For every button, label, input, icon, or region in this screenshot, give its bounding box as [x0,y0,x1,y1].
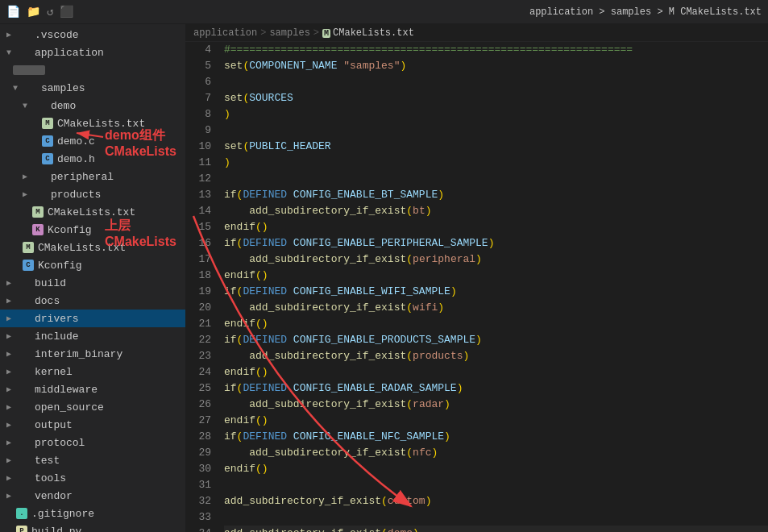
code-line-4: #=======================================… [224,42,768,58]
folder-chevron-tools: ▶ [6,473,16,483]
badge-c-demo-h: C [42,153,53,164]
sidebar-item-cmakelists-samples[interactable]: MCMakeLists.txt [0,203,185,221]
line-num-12: 12 [185,171,211,187]
badge-m-cmakelists-demo: M [42,118,53,129]
sidebar-label-protocol: protocol [35,437,85,449]
sidebar-item-peripheral[interactable]: ▶peripheral [0,168,185,185]
badge-m-cmakelists-samples: M [32,206,44,218]
line-num-25: 25 [185,380,211,397]
sidebar-item-middleware[interactable]: ▶middleware [0,380,185,398]
folder-chevron-drivers: ▶ [6,314,16,323]
line-num-16: 16 [185,235,211,251]
sidebar-label-build-py: build.py [31,526,81,533]
collapse-icon[interactable]: ⬛ [60,5,73,19]
sidebar-label-demo: demo [51,100,76,112]
sidebar-label-demo-h: demo.h [57,153,95,165]
sidebar-item-docs[interactable]: ▶docs [0,292,185,310]
sidebar-item-open_source[interactable]: ▶open_source [0,398,185,416]
sidebar-item-tools[interactable]: ▶tools [0,469,185,487]
breadcrumb-app[interactable]: application [193,27,257,39]
sidebar-label-drivers: drivers [35,313,79,325]
breadcrumb-top: application > samples > M CMakeLists.txt [529,6,762,18]
sidebar-item-demo-h[interactable]: Cdemo.h [0,150,185,168]
sidebar-item-app-sub[interactable] [0,61,185,79]
sidebar-label-cmakelists-demo: CMakeLists.txt [57,118,145,130]
folder-chevron-samples: ▼ [13,84,23,93]
code-line-13: if(DEFINED CONFIG_ENABLE_BT_SAMPLE) [224,187,768,203]
new-file-icon[interactable]: 📄 [6,5,20,19]
code-line-18: endif() [224,268,768,284]
line-num-31: 31 [185,477,211,493]
line-numbers: 4567891011121314151617181920212223242526… [185,42,218,532]
line-num-13: 13 [185,187,211,203]
sidebar-item-build-py[interactable]: Pbuild.py [0,522,185,532]
refresh-icon[interactable]: ↺ [47,5,53,19]
folder-chevron-include: ▶ [6,331,16,341]
line-num-21: 21 [185,316,211,332]
code-line-19: if(DEFINED CONFIG_ENABLE_WIFI_SAMPLE) [224,284,768,300]
sidebar-item-kernel[interactable]: ▶kernel [0,363,185,380]
sidebar-item-demo-c[interactable]: Cdemo.c [0,132,185,150]
code-line-33 [224,509,768,526]
sidebar-label-vscode: .vscode [35,29,79,41]
top-bar: 📄 📁 ↺ ⬛ application > samples > M CMakeL… [0,0,768,24]
line-num-28: 28 [185,429,211,445]
sidebar-item-application[interactable]: ▼application [0,44,185,61]
sidebar-item-drivers[interactable]: ▶drivers [0,310,185,327]
sidebar-item-output[interactable]: ▶output [0,416,185,434]
folder-chevron-test: ▶ [6,455,16,465]
new-folder-icon[interactable]: 📁 [27,5,40,19]
code-line-7: set(SOURCES [224,90,768,106]
sidebar-item-kconfig-samples[interactable]: KKconfig [0,221,185,239]
sidebar-item-protocol[interactable]: ▶protocol [0,434,185,451]
code-line-16: if(DEFINED CONFIG_ENABLE_PERIPHERAL_SAMP… [224,235,768,251]
main-layout: ▶.vscode▼application▼samples▼demoMCMakeL… [0,24,768,532]
editor-content[interactable]: 4567891011121314151617181920212223242526… [185,42,768,532]
sidebar-label-products: products [51,189,101,201]
folder-chevron-vscode: ▶ [6,30,16,39]
folder-chevron-vendor: ▶ [6,491,16,501]
line-num-24: 24 [185,364,211,380]
folder-chevron-interim_binary: ▶ [6,349,16,359]
sidebar-item-products[interactable]: ▶products [0,185,185,203]
line-num-23: 23 [185,348,211,364]
sidebar-item-include[interactable]: ▶include [0,327,185,345]
badge-c-demo-c: C [42,135,53,147]
sidebar-item-samples[interactable]: ▼samples [0,79,185,97]
sidebar-item-demo[interactable]: ▼demo [0,97,185,114]
code-line-26: add_subdirectory_if_exist(radar) [224,397,768,413]
sidebar-item-cmakelists-app[interactable]: MCMakeLists.txt [0,239,185,256]
line-num-26: 26 [185,397,211,413]
line-num-4: 4 [185,42,211,58]
line-num-20: 20 [185,300,211,316]
code-line-12 [224,171,768,187]
line-num-6: 6 [185,74,211,90]
sidebar-item-interim_binary[interactable]: ▶interim_binary [0,345,185,363]
folder-chevron-demo: ▼ [23,102,32,110]
line-num-27: 27 [185,413,211,429]
sidebar-label-interim_binary: interim_binary [35,348,122,360]
sidebar-item-build[interactable]: ▶build [0,274,185,292]
sidebar-item-vendor[interactable]: ▶vendor [0,487,185,505]
code-line-6 [224,74,768,90]
line-num-10: 10 [185,139,211,155]
code-line-14: add_subdirectory_if_exist(bt) [224,203,768,219]
line-num-5: 5 [185,58,211,74]
line-num-7: 7 [185,90,211,106]
code-line-5: set(COMPONENT_NAME "samples") [224,58,768,74]
sidebar-label-open_source: open_source [35,401,104,414]
folder-chevron-open_source: ▶ [6,402,16,412]
sidebar-item-gitignore[interactable]: ..gitignore [0,505,185,522]
folder-chevron-products: ▶ [23,189,32,199]
breadcrumb-file[interactable]: MCMakeLists.txt [322,27,414,39]
code-lines: #=======================================… [218,42,768,532]
badge-k-kconfig-samples: K [32,224,44,235]
sidebar-label-kconfig-app: Kconfig [38,260,82,272]
breadcrumb-samples[interactable]: samples [269,27,309,39]
sidebar-item-cmakelists-demo[interactable]: MCMakeLists.txt [0,114,185,132]
sidebar-item-kconfig-app[interactable]: CKconfig [0,256,185,274]
top-bar-icons: 📄 📁 ↺ ⬛ [6,5,73,19]
sidebar-item-vscode[interactable]: ▶.vscode [0,26,185,44]
sidebar-label-kernel: kernel [35,366,73,378]
sidebar-item-test[interactable]: ▶test [0,451,185,469]
